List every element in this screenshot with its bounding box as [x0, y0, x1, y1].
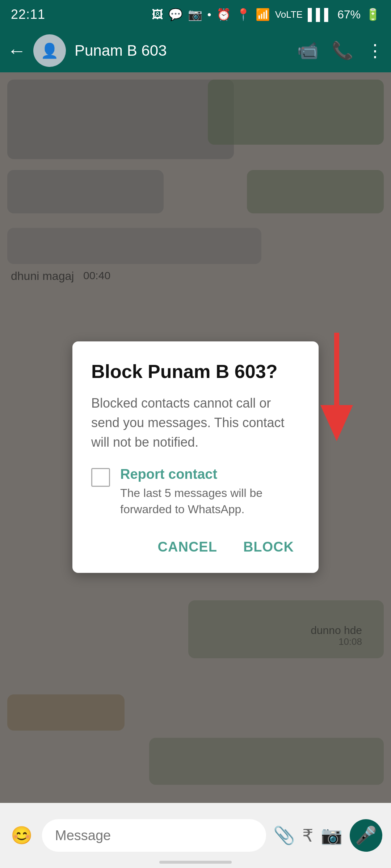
- mic-icon: 🎤: [355, 825, 377, 846]
- phone-call-icon[interactable]: 📞: [332, 41, 353, 61]
- image-icon: 🖼: [152, 8, 163, 21]
- signal-icon: ▌▌▌: [308, 8, 332, 21]
- report-contact-row: Report contact The last 5 messages will …: [91, 467, 300, 518]
- battery-level: 67%: [337, 8, 361, 21]
- whatsapp-icon: 💬: [168, 8, 183, 21]
- message-input-bar: 😊 📎 ₹ 📷 🎤: [0, 803, 391, 868]
- mic-button[interactable]: 🎤: [350, 819, 382, 852]
- report-checkbox[interactable]: [91, 468, 110, 487]
- instagram-icon: 📷: [188, 8, 202, 21]
- status-icons: 🖼 💬 📷 • ⏰ 📍 📶 VoLTE ▌▌▌ 67% 🔋: [152, 8, 380, 21]
- location-icon: 📍: [236, 8, 251, 21]
- status-bar: 22:11 🖼 💬 📷 • ⏰ 📍 📶 VoLTE ▌▌▌ 67% 🔋: [0, 0, 391, 29]
- rupee-button[interactable]: ₹: [302, 825, 314, 846]
- volte-icon: VoLTE: [275, 9, 303, 20]
- cancel-button[interactable]: CANCEL: [152, 536, 223, 558]
- contact-name[interactable]: Punam B 603: [75, 42, 297, 59]
- attach-button[interactable]: 📎: [273, 825, 295, 846]
- alarm-icon: ⏰: [216, 8, 231, 21]
- camera-button[interactable]: 📷: [321, 825, 342, 846]
- emoji-icon: 😊: [11, 825, 33, 846]
- battery-icon: 🔋: [366, 8, 380, 21]
- report-label: Report contact: [120, 467, 300, 482]
- block-button[interactable]: BLOCK: [237, 536, 300, 558]
- report-sublabel: The last 5 messages will be forwarded to…: [120, 485, 300, 518]
- svg-marker-1: [320, 405, 353, 441]
- wifi-icon: 📶: [256, 8, 270, 21]
- contact-avatar[interactable]: 👤: [33, 34, 66, 67]
- dialog-title: Block Punam B 603?: [91, 360, 300, 383]
- dot-icon: •: [207, 8, 211, 21]
- dialog-buttons: CANCEL BLOCK: [91, 536, 300, 558]
- red-arrow-annotation: [319, 333, 355, 441]
- home-indicator: [159, 861, 232, 864]
- chat-toolbar: ← 👤 Punam B 603 📹 📞 ⋮: [0, 29, 391, 72]
- message-input[interactable]: [42, 819, 266, 852]
- more-options-icon[interactable]: ⋮: [366, 41, 384, 61]
- dialog-message: Blocked contacts cannot call or send you…: [91, 393, 300, 452]
- back-button[interactable]: ←: [7, 40, 26, 61]
- emoji-button[interactable]: 😊: [9, 822, 35, 848]
- block-dialog: Block Punam B 603? Blocked contacts cann…: [72, 341, 319, 573]
- report-text: Report contact The last 5 messages will …: [120, 467, 300, 518]
- toolbar-actions: 📹 📞 ⋮: [297, 41, 384, 61]
- status-time: 22:11: [11, 7, 45, 22]
- video-call-icon[interactable]: 📹: [297, 41, 319, 61]
